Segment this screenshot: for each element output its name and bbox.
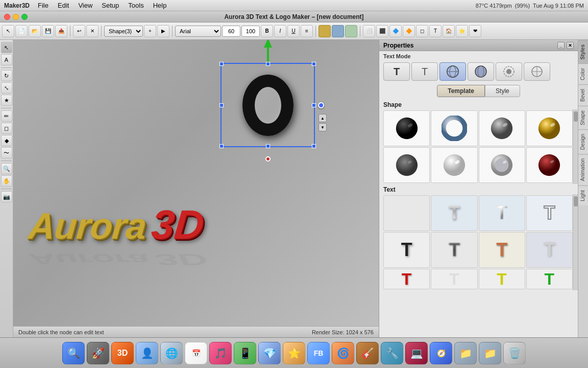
color2-btn[interactable]	[332, 25, 344, 37]
star-tool[interactable]: ★	[1, 95, 12, 106]
3d-btn4[interactable]: 🔶	[403, 25, 415, 37]
menu-help[interactable]: Help	[149, 1, 171, 10]
arrow-up[interactable]: ▲	[318, 114, 327, 122]
right-tab-design[interactable]: Design	[578, 129, 588, 154]
shape-item-grey[interactable]	[479, 110, 525, 146]
menu-file[interactable]: File	[34, 1, 53, 10]
dock-app5[interactable]: FB	[307, 342, 330, 364]
dock-folder1[interactable]: 📁	[454, 342, 477, 364]
menu-setup[interactable]: Setup	[97, 1, 123, 10]
right-tab-light[interactable]: Light	[578, 186, 588, 205]
shape-scrollbar[interactable]	[573, 109, 578, 184]
mode-sphere[interactable]	[439, 62, 466, 81]
dock-calendar[interactable]: 📅	[185, 342, 207, 364]
dock-safari[interactable]: 🧭	[430, 342, 452, 364]
menu-edit[interactable]: Edit	[54, 1, 73, 10]
right-tab-color[interactable]: Color	[578, 63, 588, 84]
panel-close-btn[interactable]: ✕	[567, 42, 574, 49]
3d-btn1[interactable]: ⬜	[363, 25, 375, 37]
dock-app3[interactable]: 💎	[258, 342, 281, 364]
text-item-chrome[interactable]: T	[479, 195, 525, 231]
color3-btn[interactable]	[345, 25, 357, 37]
dock-app6[interactable]: 🌀	[332, 342, 354, 364]
text-item-outline[interactable]: T	[526, 195, 573, 231]
rotate-tool[interactable]: ↻	[1, 70, 12, 81]
red-dot-handle[interactable]	[265, 156, 271, 162]
tab-style[interactable]: Style	[485, 85, 520, 97]
shape-tool[interactable]: ◻	[1, 123, 12, 134]
3d-btn8[interactable]: ⭐	[456, 25, 468, 37]
save-btn[interactable]: 💾	[42, 25, 54, 37]
shape-item-blue-ring[interactable]	[431, 110, 477, 146]
right-tab-bevel[interactable]: Bevel	[578, 84, 588, 106]
blue-dot-handle[interactable]	[318, 102, 324, 108]
menu-tools[interactable]: Tools	[124, 1, 148, 10]
close-button[interactable]	[4, 14, 10, 20]
mode-arc[interactable]: T	[411, 62, 438, 81]
right-tab-shape[interactable]: Shape	[578, 106, 588, 129]
text-item-green[interactable]: T	[526, 269, 573, 289]
shape-item-white[interactable]	[431, 147, 477, 183]
shape-item-dark-red[interactable]	[526, 147, 573, 183]
hand-tool[interactable]: ✋	[1, 175, 12, 187]
cam-tool[interactable]: 📷	[1, 191, 12, 202]
mode-extrude[interactable]	[496, 62, 522, 81]
maximize-button[interactable]	[21, 14, 28, 20]
font-size2-input[interactable]	[241, 26, 260, 37]
mode-normal[interactable]: T	[383, 62, 410, 81]
right-tab-animation[interactable]: Animation	[578, 154, 588, 185]
new-btn[interactable]: 📄	[15, 25, 28, 37]
tab-template[interactable]: Template	[437, 85, 485, 97]
3d-btn9[interactable]: ❤	[469, 25, 481, 37]
shape-item-gold[interactable]	[526, 110, 573, 146]
dock-launchpad[interactable]: 🚀	[87, 342, 109, 364]
shape-select[interactable]: Shape(3)	[104, 26, 143, 37]
color1-btn[interactable]	[318, 25, 331, 37]
delete-btn[interactable]: ✕	[86, 25, 99, 37]
select-tool[interactable]: ↖	[1, 42, 12, 53]
text-scrollbar[interactable]	[573, 194, 578, 290]
text-item-silver[interactable]: T	[431, 195, 477, 231]
shape-item-dark-grey[interactable]	[383, 147, 430, 183]
italic-btn[interactable]: I	[274, 25, 286, 37]
3d-btn5[interactable]: ◻	[416, 25, 428, 37]
dock-app8[interactable]: 🔧	[381, 342, 403, 364]
text-item-dark[interactable]: T	[383, 232, 430, 268]
text-item-empty[interactable]	[383, 195, 430, 231]
panel-min-btn[interactable]: _	[557, 42, 565, 49]
dock-app2[interactable]: 🌐	[160, 342, 183, 364]
open-btn[interactable]: 📂	[29, 25, 41, 37]
dock-app7[interactable]: 🎸	[356, 342, 379, 364]
text-item-copper[interactable]: T	[479, 232, 525, 268]
shape-item-black[interactable]	[383, 110, 430, 146]
dock-finder[interactable]: 🔍	[62, 342, 85, 364]
node-tool[interactable]: ◆	[1, 135, 12, 146]
text-item-light[interactable]: T	[526, 232, 573, 268]
mode-other[interactable]	[524, 62, 550, 81]
play-btn[interactable]: ▶	[157, 25, 169, 37]
shape-item-hollow[interactable]	[479, 147, 525, 183]
scale-tool[interactable]: ⤡	[1, 82, 12, 94]
font-size-input[interactable]	[222, 26, 240, 37]
undo-btn[interactable]: ↩	[73, 25, 85, 37]
right-tab-styles[interactable]: Styles	[578, 40, 588, 63]
text-tool[interactable]: A	[1, 54, 12, 65]
3d-btn2[interactable]: ⬛	[376, 25, 388, 37]
text-item-red[interactable]: T	[383, 269, 430, 289]
add-shape-btn[interactable]: +	[144, 25, 156, 37]
dock-app1[interactable]: 👤	[136, 342, 158, 364]
export-btn[interactable]: 📤	[55, 25, 67, 37]
bold-btn[interactable]: B	[261, 25, 273, 37]
dock-app4[interactable]: ⭐	[283, 342, 305, 364]
text-item-yellow[interactable]: T	[479, 269, 525, 289]
3d-btn7[interactable]: 🏠	[443, 25, 455, 37]
dock-maker3d[interactable]: 3D	[111, 342, 134, 364]
dock-trash[interactable]: 🗑️	[503, 342, 526, 364]
mode-wave[interactable]	[468, 62, 494, 81]
minimize-button[interactable]	[13, 14, 19, 20]
pen-tool[interactable]: ✏	[1, 110, 12, 122]
font-select[interactable]: Arial	[175, 26, 221, 37]
dock-phone[interactable]: 📱	[234, 342, 256, 364]
zoom-tool[interactable]: 🔍	[1, 163, 12, 174]
underline-btn[interactable]: U	[287, 25, 300, 37]
